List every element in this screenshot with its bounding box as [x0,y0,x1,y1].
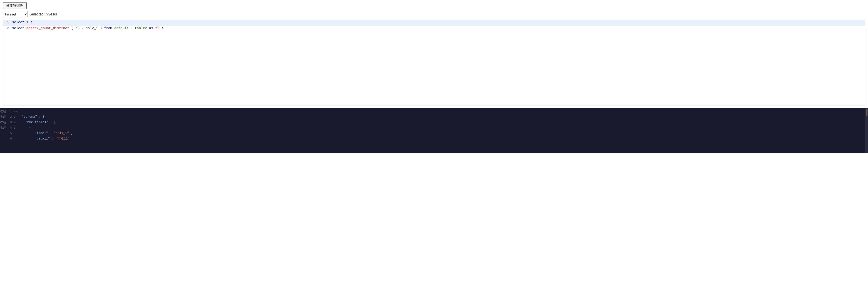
collapse-3[interactable]: 收起 [0,120,6,125]
json-line-4: 收起 4 ∨ { [0,125,868,131]
chevron-4: ∨ [13,126,15,130]
alias-t2: t2 [155,26,159,30]
json-line-2: 收起 2 ∨ "schema" : { [0,115,868,120]
collapse-4[interactable]: 收起 [0,126,6,130]
j-key-label: "label" [34,131,48,135]
json-line-1: 收起 1 ∨ { [0,109,868,115]
json-content-5: "label" : "col1_1" , [18,131,868,136]
plain-dot2: . [131,26,133,30]
bottom-panel: 收起 1 ∨ { 收起 2 ∨ "schema" : { 收起 3 ∨ "hue… [0,108,868,153]
selector-row: hivesql mysql spark Selected: hivesql [3,11,865,17]
json-content-1: { [16,109,868,114]
kw-select-2: select [12,26,24,30]
j-colon-6: : [52,137,56,141]
code-line-2: 2 select approx_count_distinct ( t2 . co… [3,26,865,32]
json-content-3: "hue.table1" : [ [16,120,868,125]
chevron-2: ∨ [13,115,15,119]
j-colon-3: : [ [50,120,56,124]
json-num-6: 6 [7,137,13,141]
chevron-1: ∨ [13,110,15,114]
collapse-6 [0,137,6,141]
json-editor: 收起 1 ∨ { 收起 2 ∨ "schema" : { 收起 3 ∨ "hue… [0,108,868,143]
collapse-5 [0,131,6,136]
editor-area[interactable]: 1 select 1 ; 2 select approx_count_disti… [3,19,865,106]
db-select[interactable]: hivesql mysql spark [3,11,28,17]
json-num-2: 2 [7,115,13,119]
line-content-1: select 1 ; [11,20,865,25]
tbl-default: default [114,26,128,30]
plain-col: col2_1 [86,26,98,30]
plain-dot: . [82,26,84,30]
json-num-4: 4 [7,126,13,130]
json-line-5: 5 "label" : "col1_1" , [0,131,868,136]
j-colon-2: : { [39,115,44,119]
line-num-2: 2 [3,26,11,31]
j-str-col1-1: "col1_1" [54,131,69,135]
json-content-4: { [16,125,868,130]
j-comma-5: , [71,131,73,135]
json-line-3: 收起 3 ∨ "hue.table1" : [ [0,120,868,125]
scrollbar[interactable] [865,108,868,153]
kw-from: from [104,26,112,30]
chevron-3: ∨ [13,120,15,125]
code-editor: 1 select 1 ; 2 select approx_count_disti… [3,19,865,105]
collapse-1[interactable]: 收起 [0,109,6,114]
j-key-schema: "schema" [22,115,37,119]
num-1: 1 [26,21,28,24]
kw-select-1: select [12,21,24,24]
modify-db-button[interactable]: 修改数据库 [3,2,27,9]
json-content-2: "schema" : { [16,115,868,120]
fn-approx: approx_count_distinct [26,26,69,30]
json-content-6: "detail" : "字段11" [18,136,868,141]
code-line-1: 1 select 1 ; [3,20,865,26]
scrollbar-thumb [866,109,868,116]
tbl-table2: table2 [135,26,147,30]
json-line-6: 6 "detail" : "字段11" [0,136,868,142]
tbl-t2: t2 [75,26,80,30]
plain-paren-open: ( [71,26,73,30]
j-key-hue-table1: "hue.table1" [25,120,49,124]
json-num-1: 1 [7,109,13,114]
json-num-5: 5 [7,131,13,136]
plain-semi-1: ; [30,21,32,24]
j-brace-open-4: { [29,126,31,129]
j-str-field11: "字段11" [56,137,70,141]
kw-as: as [149,26,153,30]
j-key-detail: "detail" [34,137,50,141]
json-num-3: 3 [7,120,13,125]
j-colon-5: : [50,131,54,135]
top-section: 修改数据库 hivesql mysql spark Selected: hive… [0,0,868,108]
line-content-2: select approx_count_distinct ( t2 . col2… [11,26,865,31]
plain-paren-close: ) [100,26,102,30]
plain-semi2: ; [161,26,163,30]
selected-label: Selected: hivesql [30,12,57,17]
collapse-2[interactable]: 收起 [0,115,6,119]
line-num-1: 1 [3,20,11,25]
